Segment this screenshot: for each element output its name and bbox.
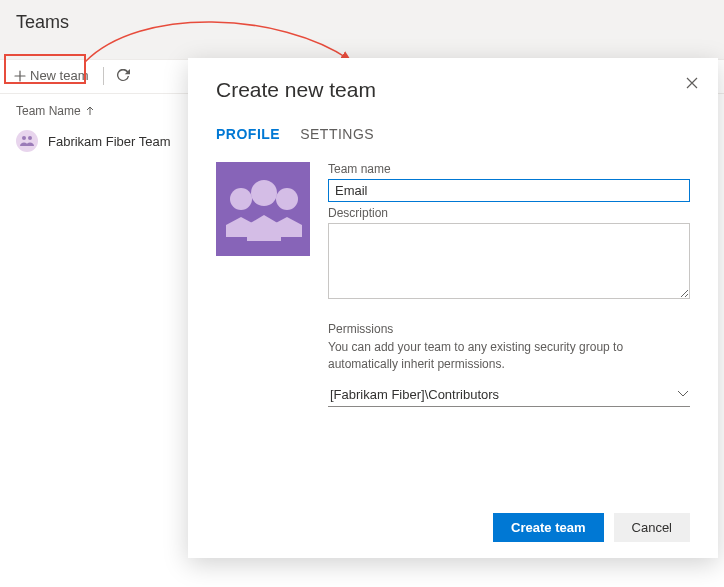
permissions-description: You can add your team to any existing se… [328, 339, 690, 373]
close-icon [686, 77, 698, 89]
new-team-label: New team [30, 68, 89, 83]
dialog-title: Create new team [216, 78, 690, 102]
description-input[interactable] [328, 223, 690, 299]
sort-asc-icon [85, 106, 95, 116]
dialog-footer: Create team Cancel [493, 513, 690, 542]
people-icon [19, 133, 35, 149]
toolbar-divider [103, 67, 104, 85]
svg-point-0 [22, 136, 26, 140]
tab-settings[interactable]: SETTINGS [300, 126, 374, 146]
team-avatar [16, 130, 38, 152]
page-header: Teams [0, 0, 724, 60]
refresh-icon [116, 69, 130, 83]
chevron-down-icon [678, 391, 688, 397]
description-label: Description [328, 206, 690, 220]
permissions-block: Permissions You can add your team to any… [328, 322, 690, 407]
create-team-dialog: Create new team PROFILE SETTINGS Team na… [188, 58, 718, 558]
create-team-button[interactable]: Create team [493, 513, 603, 542]
cancel-button[interactable]: Cancel [614, 513, 690, 542]
svg-point-1 [28, 136, 32, 140]
svg-point-4 [276, 188, 298, 210]
close-button[interactable] [680, 72, 704, 96]
team-name-text: Fabrikam Fiber Team [48, 134, 171, 149]
people-icon [217, 163, 309, 255]
team-name-label: Team name [328, 162, 690, 176]
svg-point-2 [230, 188, 252, 210]
team-name-input[interactable] [328, 179, 690, 202]
refresh-button[interactable] [112, 65, 134, 87]
tab-profile[interactable]: PROFILE [216, 126, 280, 146]
permissions-select[interactable]: [Fabrikam Fiber]\Contributors [328, 383, 690, 407]
permissions-label: Permissions [328, 322, 690, 336]
permissions-value: [Fabrikam Fiber]\Contributors [330, 387, 499, 402]
new-team-button[interactable]: New team [8, 64, 95, 87]
tabs: PROFILE SETTINGS [216, 126, 690, 146]
plus-icon [14, 70, 26, 82]
form-area: Team name Description Permissions You ca… [216, 162, 690, 407]
page-title: Teams [16, 12, 708, 33]
svg-point-3 [251, 180, 277, 206]
column-header-label: Team Name [16, 104, 81, 118]
form-fields: Team name Description Permissions You ca… [328, 162, 690, 407]
team-avatar-large[interactable] [216, 162, 310, 256]
